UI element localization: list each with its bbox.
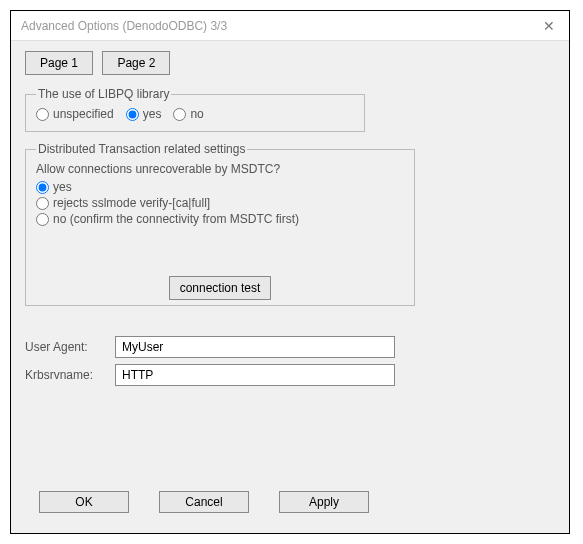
libpq-group: The use of LIBPQ library unspecified yes…	[25, 87, 365, 132]
dtc-options: yes rejects sslmode verify-[ca|full] no …	[36, 180, 404, 226]
dtc-yes-radio[interactable]	[36, 181, 49, 194]
dtc-legend: Distributed Transaction related settings	[36, 142, 247, 156]
libpq-yes-radio[interactable]	[126, 108, 139, 121]
text-fields: User Agent: Krbsrvname:	[25, 336, 555, 392]
krbsrvname-row: Krbsrvname:	[25, 364, 555, 386]
dtc-no-radio[interactable]	[36, 213, 49, 226]
cancel-button[interactable]: Cancel	[159, 491, 249, 513]
libpq-options: unspecified yes no	[36, 107, 354, 121]
krbsrvname-label: Krbsrvname:	[25, 368, 115, 382]
dtc-group: Distributed Transaction related settings…	[25, 142, 415, 306]
libpq-legend: The use of LIBPQ library	[36, 87, 171, 101]
page1-button[interactable]: Page 1	[25, 51, 93, 75]
conn-test-wrap: connection test	[36, 281, 404, 295]
dtc-rejects-label: rejects sslmode verify-[ca|full]	[53, 196, 210, 210]
dialog-content: Page 1 Page 2 The use of LIBPQ library u…	[11, 41, 569, 533]
dtc-rejects-option[interactable]: rejects sslmode verify-[ca|full]	[36, 196, 404, 210]
libpq-yes-option[interactable]: yes	[126, 107, 162, 121]
libpq-no-radio[interactable]	[173, 108, 186, 121]
window-title: Advanced Options (DenodoODBC) 3/3	[21, 19, 227, 33]
libpq-unspecified-radio[interactable]	[36, 108, 49, 121]
dtc-question: Allow connections unrecoverable by MSDTC…	[36, 162, 404, 176]
libpq-unspecified-label: unspecified	[53, 107, 114, 121]
dtc-no-option[interactable]: no (confirm the connectivity from MSDTC …	[36, 212, 404, 226]
user-agent-row: User Agent:	[25, 336, 555, 358]
connection-test-button[interactable]: connection test	[169, 276, 272, 300]
page-tabs: Page 1 Page 2	[25, 51, 555, 75]
dtc-yes-label: yes	[53, 180, 72, 194]
user-agent-label: User Agent:	[25, 340, 115, 354]
ok-button[interactable]: OK	[39, 491, 129, 513]
close-icon[interactable]: ✕	[539, 18, 559, 34]
spacer	[25, 392, 555, 485]
user-agent-input[interactable]	[115, 336, 395, 358]
libpq-unspecified-option[interactable]: unspecified	[36, 107, 114, 121]
libpq-yes-label: yes	[143, 107, 162, 121]
titlebar: Advanced Options (DenodoODBC) 3/3 ✕	[11, 11, 569, 41]
dtc-yes-option[interactable]: yes	[36, 180, 404, 194]
dialog-window: Advanced Options (DenodoODBC) 3/3 ✕ Page…	[10, 10, 570, 534]
krbsrvname-input[interactable]	[115, 364, 395, 386]
apply-button[interactable]: Apply	[279, 491, 369, 513]
button-bar: OK Cancel Apply	[25, 485, 555, 523]
libpq-no-label: no	[190, 107, 203, 121]
dtc-no-label: no (confirm the connectivity from MSDTC …	[53, 212, 299, 226]
dtc-rejects-radio[interactable]	[36, 197, 49, 210]
libpq-no-option[interactable]: no	[173, 107, 203, 121]
page2-button[interactable]: Page 2	[102, 51, 170, 75]
